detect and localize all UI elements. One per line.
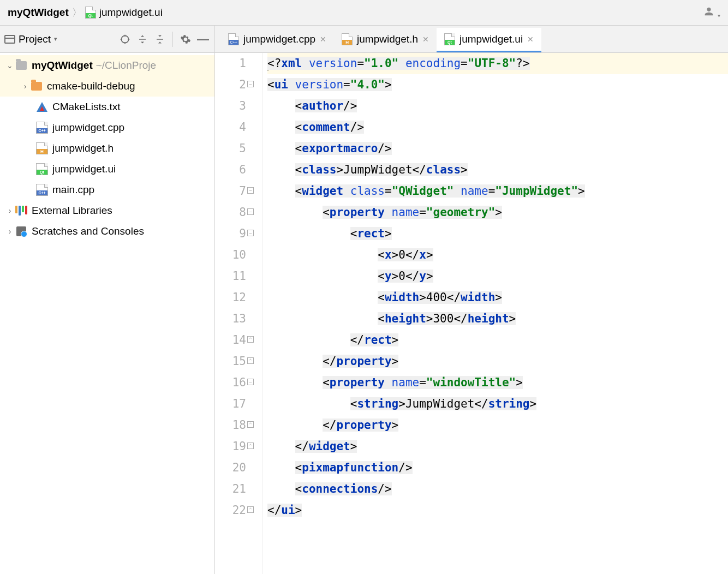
scratches-label: Scratches and Consoles [32, 225, 144, 237]
code-line[interactable]: <property name="windowTitle"> [267, 372, 728, 393]
fold-icon[interactable]: − [247, 208, 254, 215]
settings-icon[interactable] [178, 32, 193, 46]
line-number[interactable]: 7− [215, 181, 246, 202]
line-number[interactable]: 14⌃ [215, 330, 246, 351]
code-line[interactable]: <y>0</y> [267, 266, 728, 287]
tree-external-libs[interactable]: › External Libraries [0, 200, 214, 221]
close-icon[interactable]: ✕ [320, 35, 326, 44]
tree-file[interactable]: CMakeLists.txt [0, 97, 214, 117]
close-icon[interactable]: ✕ [527, 35, 534, 44]
locate-icon[interactable] [118, 32, 132, 46]
hide-icon[interactable]: — [196, 32, 210, 46]
tree-file[interactable]: jumpwidget.cpp [0, 117, 214, 138]
line-number[interactable]: 10 [215, 244, 246, 266]
svg-point-0 [121, 35, 128, 43]
line-number[interactable]: 17 [215, 393, 246, 415]
code-line[interactable]: <exportmacro/> [267, 138, 728, 159]
collapse-all-icon[interactable] [153, 32, 167, 46]
line-number[interactable]: 4 [215, 117, 246, 138]
line-number[interactable]: 15⌃ [215, 351, 246, 372]
code-content[interactable]: <?xml version="1.0" encoding="UTF-8"?><u… [263, 53, 728, 574]
code-line[interactable]: <rect> [267, 223, 728, 244]
tree-file[interactable]: main.cpp [0, 180, 214, 200]
fold-icon[interactable]: − [247, 379, 254, 385]
tree-scratches[interactable]: › Scratches and Consoles [0, 221, 214, 242]
line-number[interactable]: 5 [215, 138, 246, 159]
code-editor[interactable]: 12−34567−8−9−1011121314⌃15⌃16−1718⌃19⌃20… [215, 53, 728, 574]
project-view-icon [4, 35, 15, 44]
tree-file[interactable]: jumpwidget.ui [0, 159, 214, 180]
collapse-arrow-icon[interactable]: › [4, 206, 15, 215]
line-number[interactable]: 16− [215, 372, 246, 393]
code-line[interactable]: <widget class="QWidget" name="JumpWidget… [267, 181, 728, 202]
fold-icon[interactable]: ⌃ [247, 421, 254, 428]
code-line[interactable]: </ui> [267, 500, 728, 521]
code-line[interactable]: <x>0</x> [267, 244, 728, 266]
code-line[interactable]: </property> [267, 351, 728, 372]
code-line[interactable]: <height>300</height> [267, 308, 728, 330]
close-icon[interactable]: ✕ [422, 35, 429, 44]
breadcrumb[interactable]: myQtWidget 〉 jumpwidget.ui [8, 6, 163, 19]
code-line[interactable]: <ui version="4.0"> [267, 74, 728, 95]
tree-folder[interactable]: › cmake-build-debug [0, 76, 214, 97]
code-line[interactable]: </rect> [267, 330, 728, 351]
fold-icon[interactable]: ⌃ [247, 357, 254, 364]
fold-icon[interactable]: − [247, 81, 254, 87]
line-number[interactable]: 8− [215, 202, 246, 223]
collapse-arrow-icon[interactable]: › [20, 82, 31, 91]
line-number[interactable]: 21 [215, 479, 246, 500]
expand-all-icon[interactable] [135, 32, 150, 46]
project-tree[interactable]: ⌄ myQtWidget ~/CLionProje › cmake-build-… [0, 53, 214, 574]
fold-icon[interactable]: − [247, 230, 254, 236]
code-line[interactable]: <string>JumpWidget</string> [267, 393, 728, 415]
h-file-icon [36, 142, 48, 154]
line-number[interactable]: 20 [215, 457, 246, 479]
dropdown-icon[interactable]: ▾ [54, 35, 57, 43]
code-line[interactable]: </property> [267, 415, 728, 436]
file-label: jumpwidget.h [52, 142, 114, 154]
editor-tab[interactable]: jumpwidget.ui✕ [437, 28, 541, 52]
line-number[interactable]: 12 [215, 287, 246, 308]
line-number[interactable]: 11 [215, 266, 246, 287]
fold-icon[interactable]: ⌃ [247, 506, 254, 513]
code-line[interactable]: <pixmapfunction/> [267, 457, 728, 479]
code-line[interactable]: <class>JumpWidget</class> [267, 159, 728, 181]
user-icon[interactable]: ▾ [703, 5, 720, 20]
collapse-arrow-icon[interactable]: › [4, 227, 15, 236]
code-line[interactable]: </widget> [267, 436, 728, 457]
line-number[interactable]: 19⌃ [215, 436, 246, 457]
line-number[interactable]: 3 [215, 95, 246, 117]
line-number[interactable]: 13 [215, 308, 246, 330]
sidebar-label[interactable]: Project [19, 33, 51, 45]
code-line[interactable]: <property name="geometry"> [267, 202, 728, 223]
tree-file[interactable]: jumpwidget.h [0, 138, 214, 159]
fold-icon[interactable]: ⌃ [247, 336, 254, 343]
breadcrumb-file-label: jumpwidget.ui [99, 7, 163, 19]
breadcrumb-root[interactable]: myQtWidget [8, 7, 69, 19]
expand-arrow-icon[interactable]: ⌄ [4, 61, 15, 70]
line-number[interactable]: 18⌃ [215, 415, 246, 436]
tab-label: jumpwidget.h [357, 33, 418, 45]
line-gutter[interactable]: 12−34567−8−9−1011121314⌃15⌃16−1718⌃19⌃20… [215, 53, 263, 574]
code-line[interactable]: <?xml version="1.0" encoding="UTF-8"?> [267, 53, 728, 74]
line-number[interactable]: 2− [215, 74, 246, 95]
code-line[interactable]: <connections/> [267, 479, 728, 500]
cpp-file-icon [36, 122, 48, 134]
code-line[interactable]: <author/> [267, 95, 728, 117]
cpp-file-icon [228, 33, 239, 45]
code-line[interactable]: <comment/> [267, 117, 728, 138]
line-number[interactable]: 22⌃ [215, 500, 246, 521]
tree-project-root[interactable]: ⌄ myQtWidget ~/CLionProje [0, 55, 214, 76]
project-name: myQtWidget [32, 59, 93, 71]
line-number[interactable]: 9− [215, 223, 246, 244]
fold-icon[interactable]: ⌃ [247, 443, 254, 449]
line-number[interactable]: 6 [215, 159, 246, 181]
line-number[interactable]: 1 [215, 53, 246, 74]
editor-tab[interactable]: jumpwidget.cpp✕ [220, 28, 334, 52]
breadcrumb-file[interactable]: jumpwidget.ui [85, 7, 163, 19]
code-line[interactable]: <width>400</width> [267, 287, 728, 308]
fold-icon[interactable]: − [247, 187, 254, 194]
file-label: main.cpp [52, 184, 94, 196]
breadcrumb-separator: 〉 [72, 6, 82, 19]
editor-tab[interactable]: jumpwidget.h✕ [334, 28, 437, 52]
